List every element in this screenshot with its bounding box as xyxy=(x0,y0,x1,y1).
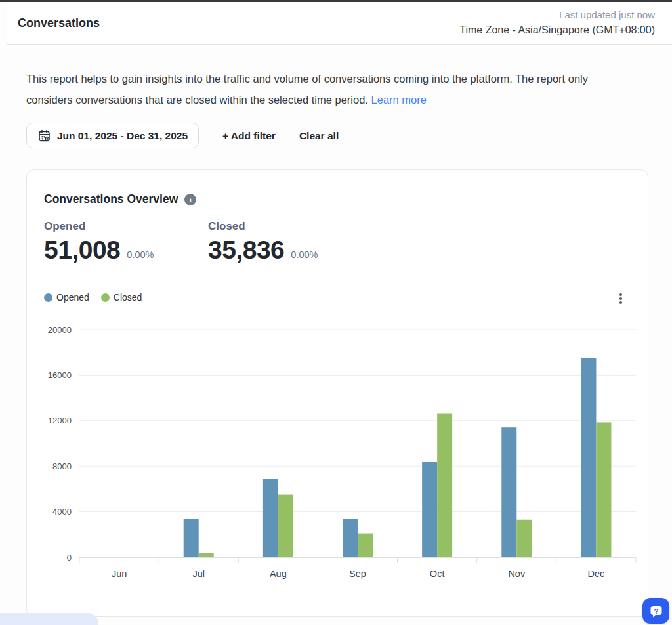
info-icon[interactable]: i xyxy=(184,194,196,205)
question-chat-icon: ? xyxy=(648,603,664,619)
x-axis-category-label: Nov xyxy=(508,569,526,579)
stat-opened-value: 51,008 xyxy=(44,237,120,263)
legend-label-closed: Closed xyxy=(114,292,142,303)
conversations-report-page: Conversations Last updated just now Time… xyxy=(0,0,672,625)
y-axis-tick-label: 4000 xyxy=(52,507,72,517)
date-range-picker[interactable]: Jun 01, 2025 - Dec 31, 2025 xyxy=(26,123,199,148)
x-axis-category-label: Sep xyxy=(349,569,366,579)
bar-opened-jul[interactable] xyxy=(184,519,199,557)
panel-left-edge xyxy=(7,2,7,625)
legend-dot-closed xyxy=(101,293,110,302)
bar-closed-jul[interactable] xyxy=(199,553,214,557)
bar-closed-sep[interactable] xyxy=(358,534,373,557)
last-updated-text: Last updated just now xyxy=(459,8,655,23)
card-title-row: Conversations Overview i xyxy=(44,192,196,206)
stat-closed-value: 35,836 xyxy=(208,237,284,263)
bar-closed-dec[interactable] xyxy=(596,422,611,557)
stat-opened-label: Opened xyxy=(44,220,208,233)
bottom-left-popover-edge xyxy=(0,613,98,625)
bar-opened-nov[interactable] xyxy=(501,427,516,557)
filter-bar: Jun 01, 2025 - Dec 31, 2025 + Add filter… xyxy=(26,123,339,148)
header-meta: Last updated just now Time Zone - Asia/S… xyxy=(459,8,655,39)
legend-item-closed[interactable]: Closed xyxy=(101,292,142,303)
chart-options-kebab-icon[interactable] xyxy=(615,292,627,305)
report-description-text: This report helps to gain insights into … xyxy=(26,73,588,106)
y-axis-tick-label: 8000 xyxy=(52,462,72,471)
stat-closed-label: Closed xyxy=(208,220,372,233)
legend-dot-opened xyxy=(44,293,52,302)
date-range-label: Jun 01, 2025 - Dec 31, 2025 xyxy=(57,130,188,142)
svg-text:?: ? xyxy=(654,607,658,614)
stat-opened: Opened 51,008 0.00% xyxy=(44,220,208,263)
clear-all-button[interactable]: Clear all xyxy=(299,130,339,142)
y-axis-tick-label: 20000 xyxy=(48,325,72,335)
timezone-text: Time Zone - Asia/Singapore (GMT+08:00) xyxy=(459,22,655,38)
legend-item-opened[interactable]: Opened xyxy=(44,292,89,303)
stats-row: Opened 51,008 0.00% Closed 35,836 0.00% xyxy=(44,220,372,263)
card-title: Conversations Overview xyxy=(44,192,178,206)
bar-opened-dec[interactable] xyxy=(581,358,596,557)
y-axis-tick-label: 0 xyxy=(67,553,72,563)
bar-opened-aug[interactable] xyxy=(263,479,278,557)
stat-closed: Closed 35,836 0.00% xyxy=(208,220,372,263)
bar-closed-nov[interactable] xyxy=(516,520,532,557)
x-axis-category-label: Oct xyxy=(430,569,445,579)
report-description: This report helps to gain insights into … xyxy=(26,68,637,110)
legend-label-opened: Opened xyxy=(56,292,89,303)
page-header: Conversations Last updated just now Time… xyxy=(7,2,672,45)
add-filter-button[interactable]: + Add filter xyxy=(222,130,276,142)
y-axis-tick-label: 16000 xyxy=(48,370,72,380)
bar-opened-oct[interactable] xyxy=(422,462,437,557)
x-axis-category-label: Dec xyxy=(588,569,605,579)
bar-opened-sep[interactable] xyxy=(343,519,358,557)
stat-opened-change: 0.00% xyxy=(127,249,154,263)
calendar-plus-icon xyxy=(37,129,51,142)
conversations-bar-chart: 040008000120001600020000JunJulAugSepOctN… xyxy=(44,316,645,598)
x-axis-category-label: Jul xyxy=(192,569,205,579)
conversations-overview-card: Conversations Overview i Opened 51,008 0… xyxy=(26,169,648,617)
learn-more-link[interactable]: Learn more xyxy=(371,94,427,106)
help-button[interactable]: ? xyxy=(642,598,669,624)
x-axis-category-label: Aug xyxy=(270,569,287,579)
x-axis-category-label: Jun xyxy=(112,569,127,579)
page-title: Conversations xyxy=(18,16,100,30)
y-axis-tick-label: 12000 xyxy=(48,416,72,425)
bar-closed-aug[interactable] xyxy=(278,495,293,557)
stat-closed-change: 0.00% xyxy=(291,249,318,263)
bar-closed-oct[interactable] xyxy=(437,414,452,557)
chart-legend: Opened Closed xyxy=(44,292,142,303)
